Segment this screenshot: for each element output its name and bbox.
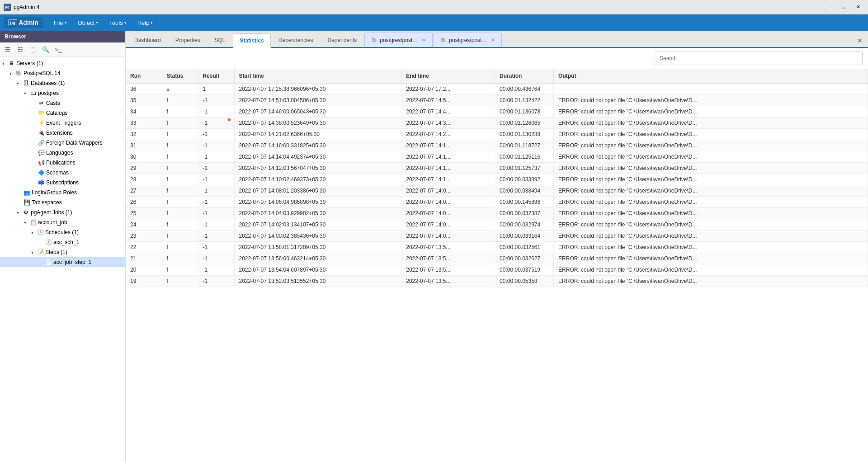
tab-dependencies[interactable]: Dependencies xyxy=(272,33,320,47)
cell-end_time-17: 2022-07-07 13:5... xyxy=(401,276,495,287)
sidebar-item-casts[interactable]: ⇌Casts xyxy=(0,98,125,108)
tree-expander-schedules[interactable]: ▾ xyxy=(29,229,35,235)
table-row[interactable]: 35f-12022-07-07 14:51:03.004506+05:30202… xyxy=(126,95,868,106)
sidebar-item-servers[interactable]: ▾🖥Servers (1) xyxy=(0,58,125,68)
tab-pg_tab1[interactable]: 🐘postgres/post...✕ xyxy=(364,33,433,47)
menu-help[interactable]: Help ▾ xyxy=(132,18,159,28)
cell-start_time-1: 2022-07-07 14:51:03.004506+05:30 xyxy=(234,95,401,106)
cell-duration-17: 00:00:00.05358 xyxy=(495,276,554,287)
tab-statistics[interactable]: Statistics xyxy=(233,33,270,48)
tree-expander-account_job[interactable]: ▾ xyxy=(22,219,28,226)
table-row[interactable]: 34f-12022-07-07 14:46:00.065043+05:30202… xyxy=(126,106,868,118)
sidebar-item-schedules[interactable]: ▾🕐Schedules (1) xyxy=(0,227,125,237)
cell-duration-16: 00:00:00.037519 xyxy=(495,264,554,276)
search-button[interactable]: 🔍 xyxy=(40,44,52,55)
sidebar-item-extensions[interactable]: 🔌Extensions xyxy=(0,128,125,138)
sidebar-item-account_job[interactable]: ▾📋account_job xyxy=(0,217,125,227)
sidebar-item-acc_sch_1[interactable]: 🕐acc_sch_1 xyxy=(0,237,125,247)
tab-dashboard[interactable]: Dashboard xyxy=(127,33,168,47)
sidebar-item-steps[interactable]: ▾📝Steps (1) xyxy=(0,247,125,257)
sidebar-item-event_triggers[interactable]: ⚡Event Triggers xyxy=(0,118,125,128)
table-row[interactable]: 26f-12022-07-07 14:06:04.986898+05:30202… xyxy=(126,197,868,208)
tree-label-casts: Casts xyxy=(46,100,125,106)
menu-object[interactable]: Object ▾ xyxy=(72,18,104,28)
cell-start_time-2: 2022-07-07 14:46:00.065043+05:30 xyxy=(234,106,401,118)
cell-run-9: 27 xyxy=(126,185,162,197)
panel-close-button[interactable]: ✕ xyxy=(854,34,866,47)
sidebar-item-schemas[interactable]: 🔷Schemas xyxy=(0,168,125,178)
tab-label-pg_tab1: postgres/post... xyxy=(380,37,417,43)
tree-icon-postgres: 🗃 xyxy=(29,89,37,97)
data-table-container[interactable]: RunStatusResultStart timeEnd timeDuratio… xyxy=(126,69,868,461)
tree-label-schedules: Schedules (1) xyxy=(45,229,125,235)
cell-run-2: 34 xyxy=(126,106,162,118)
table-row[interactable]: 20f-12022-07-07 13:54:04.607897+05:30202… xyxy=(126,264,868,276)
cell-start_time-10: 2022-07-07 14:06:04.986898+05:30 xyxy=(234,197,401,208)
search-input[interactable] xyxy=(655,52,863,65)
tab-properties[interactable]: Properties xyxy=(169,33,207,47)
table-row[interactable]: 24f-12022-07-07 14:02:03.134107+05:30202… xyxy=(126,219,868,230)
cell-duration-1: 00:00:01.132422 xyxy=(495,95,554,106)
sidebar-item-acc_job_step_1[interactable]: 📄acc_job_step_1 xyxy=(0,257,125,267)
tree-icon-publications: 📢 xyxy=(38,159,45,166)
tab-close-pg_tab1[interactable]: ✕ xyxy=(422,37,426,43)
cell-run-3: 33 xyxy=(126,118,162,129)
table-row[interactable]: 21f-12022-07-07 13:56:00.463214+05:30202… xyxy=(126,253,868,264)
cell-result-5: -1 xyxy=(198,140,234,151)
sidebar-item-postgres[interactable]: ▾🗃postgres xyxy=(0,88,125,98)
tree-expander-pgagent_jobs[interactable]: ▾ xyxy=(14,209,21,216)
tree-expander-steps[interactable]: ▾ xyxy=(29,249,35,255)
menu-file[interactable]: File ▾ xyxy=(48,18,72,28)
tab-close-pg_tab2[interactable]: ✕ xyxy=(491,37,495,43)
table-row[interactable]: 28f-12022-07-07 14:10:02.469373+05:30202… xyxy=(126,174,868,185)
pg-label: pg xyxy=(8,19,17,26)
tree-expander-postgres[interactable]: ▾ xyxy=(22,90,28,96)
sidebar-item-login_group_roles[interactable]: 👥Login/Group Roles xyxy=(0,188,125,198)
cell-start_time-17: 2022-07-07 13:52:03.513552+05:30 xyxy=(234,276,401,287)
sidebar-item-postgresql14[interactable]: ▾🐘PostgreSQL 14 xyxy=(0,68,125,78)
minimize-button[interactable]: – xyxy=(823,3,835,12)
sidebar-item-subscriptions[interactable]: 📫Subscriptions xyxy=(0,178,125,188)
tab-label-dashboard: Dashboard xyxy=(134,37,161,43)
sql-view-button[interactable]: ▢ xyxy=(27,44,39,55)
sidebar-item-foreign_data_wrappers[interactable]: 🔗Foreign Data Wrappers xyxy=(0,138,125,148)
sidebar-item-databases[interactable]: ▾🗄Databases (1) xyxy=(0,78,125,88)
table-row[interactable]: 36s12022-07-07 17:25:38.966096+05:302022… xyxy=(126,83,868,95)
table-row[interactable]: 27f-12022-07-07 14:08:01.203386+05:30202… xyxy=(126,185,868,197)
table-row[interactable]: 19f-12022-07-07 13:52:03.513552+05:30202… xyxy=(126,276,868,287)
tree-expander-databases[interactable]: ▾ xyxy=(14,80,21,86)
sidebar-item-catalogs[interactable]: 📁Catalogs xyxy=(0,108,125,118)
cell-result-9: -1 xyxy=(198,185,234,197)
table-row[interactable]: 29f-12022-07-07 14:12:03.567047+05:30202… xyxy=(126,163,868,174)
cell-result-10: -1 xyxy=(198,197,234,208)
table-row[interactable]: 31f-12022-07-07 14:16:00.331825+05:30202… xyxy=(126,140,868,151)
cell-status-17: f xyxy=(162,276,198,287)
table-row[interactable]: 25f-12022-07-07 14:04:03.929902+05:30202… xyxy=(126,208,868,219)
tab-dependents[interactable]: Dependents xyxy=(321,33,364,47)
properties-button[interactable]: ☰ xyxy=(2,44,14,55)
tab-sql[interactable]: SQL xyxy=(208,33,232,47)
tree-label-catalogs: Catalogs xyxy=(46,110,125,116)
tree-expander-postgresql14[interactable]: ▾ xyxy=(7,70,14,76)
table-row[interactable]: 22f-12022-07-07 13:58:01.317209+05:30202… xyxy=(126,242,868,253)
cell-start_time-13: 2022-07-07 14:00:02.385436+05:30 xyxy=(234,230,401,242)
sidebar-item-pgagent_jobs[interactable]: ▾⚙pgAgent Jobs (1) xyxy=(0,207,125,217)
terminal-button[interactable]: >_ xyxy=(52,44,64,55)
pg-tab-icon: 🐘 xyxy=(371,37,377,43)
table-view-button[interactable]: ☷ xyxy=(14,44,26,55)
cell-run-7: 29 xyxy=(126,163,162,174)
tree-icon-schedules: 🕐 xyxy=(37,229,44,236)
table-row[interactable]: 23f-12022-07-07 14:00:02.385436+05:30202… xyxy=(126,230,868,242)
table-row[interactable]: 33f-12022-07-07 14:38:00.523649+05:30202… xyxy=(126,118,868,129)
table-row[interactable]: 30f-12022-07-07 14:14:04.492374+05:30202… xyxy=(126,151,868,163)
sidebar-item-languages[interactable]: 💬Languages xyxy=(0,148,125,158)
tree-expander-servers[interactable]: ▾ xyxy=(0,60,6,66)
close-button[interactable]: ✕ xyxy=(852,3,864,12)
menu-tools[interactable]: Tools ▾ xyxy=(104,18,132,28)
tab-pg_tab2[interactable]: 🐘postgres/post...✕ xyxy=(434,33,502,47)
tree-icon-event_triggers: ⚡ xyxy=(38,119,45,127)
table-row[interactable]: 32f-12022-07-07 14:21:02.6366+05:302022-… xyxy=(126,129,868,140)
sidebar-item-tablespaces[interactable]: 💾Tablespaces xyxy=(0,198,125,207)
maximize-button[interactable]: □ xyxy=(837,3,850,12)
sidebar-item-publications[interactable]: 📢Publications xyxy=(0,158,125,168)
